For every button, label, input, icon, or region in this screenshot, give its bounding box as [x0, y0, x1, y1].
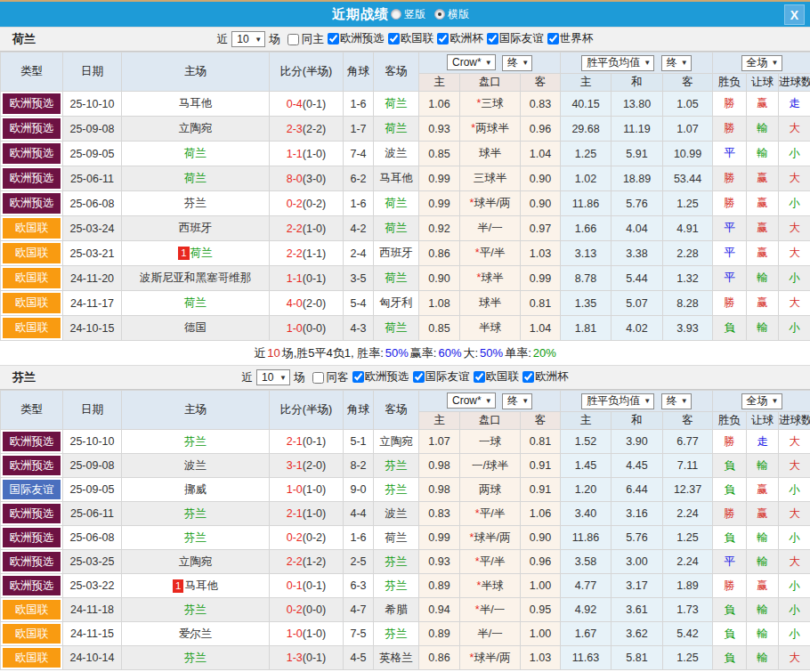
- league-filter[interactable]: 欧洲预选: [349, 369, 409, 385]
- layout-option-horizontal[interactable]: 横版: [434, 7, 469, 22]
- result-winlose: 平: [713, 550, 747, 574]
- home-team-name: 德国: [184, 321, 207, 334]
- avg-draw: 5.07: [612, 291, 663, 316]
- away-team-name: 荷兰: [385, 97, 408, 109]
- home-team: 爱尔兰: [122, 622, 270, 646]
- away-team-name: 匈牙利: [379, 296, 413, 309]
- league-checkbox[interactable]: [413, 371, 425, 383]
- avg-type-dropdown[interactable]: 胜平负均值▼: [581, 55, 654, 71]
- halftime-score: (1-0): [303, 148, 326, 160]
- avg-draw: 3.38: [612, 241, 663, 266]
- away-odds: 0.91: [521, 478, 561, 502]
- radio-unselected-icon[interactable]: [391, 9, 401, 20]
- league-filter[interactable]: 世界杯: [544, 31, 594, 46]
- match-date: 25-03-21: [63, 241, 122, 266]
- league-filter[interactable]: 欧洲杯: [433, 31, 483, 46]
- league-filter[interactable]: 欧洲杯: [519, 369, 569, 385]
- fulltime-score: 1-0: [287, 483, 303, 496]
- league-filter-list: 欧洲预选国际友谊欧国联欧洲杯: [349, 369, 569, 385]
- league-filter[interactable]: 国际友谊: [483, 31, 544, 46]
- match-date: 25-10-10: [63, 430, 122, 454]
- summary-bar: 近10场,胜5平4负1, 胜率:50% 赢率:60% 大:50% 单率:20%: [0, 341, 810, 365]
- avg-home-win: 40.15: [561, 92, 612, 117]
- final-odds-dropdown[interactable]: 终▼: [502, 393, 532, 409]
- final-avg-dropdown[interactable]: 终▼: [661, 393, 692, 409]
- league-checkbox[interactable]: [328, 33, 339, 45]
- games-label: 场: [269, 32, 280, 47]
- final-avg-dropdown[interactable]: 终▼: [661, 55, 692, 71]
- away-odds: 1.03: [521, 241, 561, 266]
- fulltime-score: 3-1: [287, 459, 303, 472]
- avg-home-win: 3.58: [561, 550, 612, 574]
- league-checkbox[interactable]: [522, 371, 534, 383]
- handicap-name: 球半: [479, 296, 501, 309]
- result-group-header: 全场▼: [713, 53, 810, 74]
- summary-segment: 50%: [385, 346, 409, 360]
- fulltime-score: 1-3: [287, 652, 303, 664]
- match-count-dropdown[interactable]: 10▼: [256, 369, 290, 385]
- same-away-checkbox[interactable]: [312, 372, 324, 384]
- result-winlose: 負: [713, 622, 747, 646]
- home-team: 芬兰: [122, 598, 270, 622]
- avg-away-win: 1.07: [663, 117, 713, 142]
- league-label: 欧洲杯: [535, 369, 569, 385]
- league-filter[interactable]: 国际友谊: [409, 369, 470, 385]
- odds-source-dropdown[interactable]: Crow*▼: [447, 54, 496, 70]
- col-away: 客场: [374, 53, 419, 92]
- scope-dropdown[interactable]: 全场▼: [741, 393, 782, 409]
- league-checkbox[interactable]: [437, 33, 449, 45]
- corner-score: 4-4: [344, 502, 374, 526]
- fulltime-score: 2-1: [287, 435, 303, 448]
- score: 2-2(1-0): [270, 216, 344, 241]
- corner-score: 2-5: [344, 550, 374, 574]
- league-type-badge: 欧洲预选: [3, 143, 61, 164]
- league-checkbox[interactable]: [487, 33, 498, 45]
- avg-group-header: 胜平负均值▼ 终▼: [561, 53, 713, 74]
- away-team-name: 希腊: [385, 603, 408, 616]
- league-checkbox[interactable]: [474, 371, 485, 383]
- league-checkbox[interactable]: [388, 33, 400, 45]
- summary-segment: 10: [267, 346, 279, 360]
- league-filter[interactable]: 欧国联: [470, 369, 520, 385]
- away-team: 荷兰: [374, 316, 419, 341]
- league-filter[interactable]: 欧国联: [385, 31, 434, 46]
- away-team: 荷兰: [374, 191, 419, 216]
- home-team: 挪威: [122, 478, 270, 502]
- avg-home-win: 11.86: [561, 526, 612, 550]
- netherlands-results-table: 类型 日期 主场 比分(半场) 角球 客场 Crow*▼ 终▼ 胜平负均值▼ 终…: [0, 52, 810, 341]
- table-row: 欧洲预选 25-09-08 波兰 3-1(2-0) 8-2 芬兰 0.98 一/…: [1, 454, 810, 478]
- match-date: 24-10-15: [63, 316, 122, 341]
- avg-home-win: 1.66: [561, 216, 612, 241]
- avg-away-win: 10.99: [663, 142, 713, 166]
- league-checkbox[interactable]: [547, 33, 559, 45]
- avg-away-win: 2.24: [663, 502, 713, 526]
- corner-score: 1-6: [344, 191, 374, 216]
- league-type-badge: 欧洲预选: [3, 576, 61, 595]
- league-type-badge: 欧国联: [3, 243, 61, 263]
- result-winlose: 勝: [713, 117, 747, 142]
- table-row: 欧洲预选 25-06-11 荷兰 8-0(3-0) 6-2 马耳他 0.99 三…: [1, 166, 810, 191]
- league-filter[interactable]: 欧洲预选: [324, 31, 385, 46]
- summary-segment: 大:: [463, 345, 478, 361]
- avg-type-dropdown[interactable]: 胜平负均值▼: [581, 393, 654, 409]
- avg-away-win: 1.73: [663, 598, 713, 622]
- away-odds: 1.04: [521, 316, 561, 341]
- league-checkbox[interactable]: [352, 371, 364, 383]
- fulltime-score: 8-0: [287, 173, 303, 185]
- scope-dropdown[interactable]: 全场▼: [741, 55, 782, 71]
- odds-source-dropdown[interactable]: Crow*▼: [447, 393, 496, 409]
- away-team-name: 西班牙: [379, 247, 413, 259]
- final-odds-dropdown[interactable]: 终▼: [502, 55, 532, 71]
- radio-selected-icon[interactable]: [434, 9, 445, 20]
- table-row: 欧国联 24-10-15 德国 1-0(0-0) 4-3 荷兰 0.85 半球 …: [1, 316, 810, 341]
- home-odds: 0.86: [419, 241, 460, 266]
- match-count-dropdown[interactable]: 10▼: [231, 31, 265, 47]
- games-label: 场: [294, 370, 305, 385]
- same-home-checkbox[interactable]: [288, 34, 299, 45]
- home-team-name: 芬兰: [184, 531, 207, 544]
- handicap-name: 半/一: [477, 222, 502, 234]
- close-icon[interactable]: X: [784, 4, 805, 25]
- away-team: 西班牙: [374, 241, 419, 266]
- home-odds: 0.98: [419, 478, 460, 502]
- layout-option-vertical[interactable]: 竖版: [391, 7, 425, 22]
